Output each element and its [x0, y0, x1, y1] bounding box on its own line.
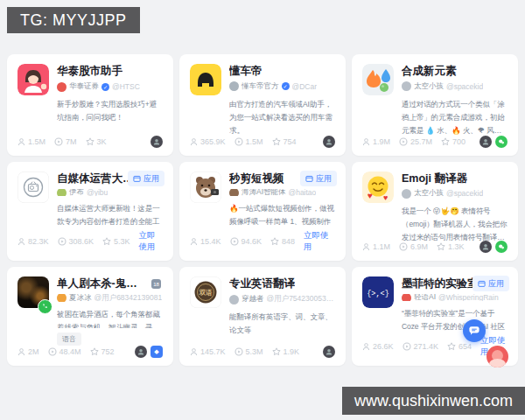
author-name: 懂车帝官方 — [242, 81, 279, 92]
bot-author: 太空小孩 @spacekid — [402, 81, 508, 92]
uses-icon — [48, 347, 57, 356]
uses-icon — [234, 347, 243, 356]
author-name: 夏冰冰 — [69, 294, 92, 302]
favorites-stat: 752 — [90, 347, 115, 356]
author-handle: @DCar — [292, 82, 317, 91]
verified-icon: ✓ — [282, 82, 290, 90]
bot-description: 能翻译所有英语字、词、文章、论文等 — [229, 311, 335, 337]
bot-description: 新手炒股难？实用选股技巧+避坑指南，问问我吧！ — [57, 98, 163, 124]
author-avatar — [229, 81, 239, 91]
author-name: 伊布 — [69, 189, 84, 196]
favorites-stat: 654 — [447, 342, 472, 351]
chat-bubble-icon — [467, 324, 481, 338]
users-stat: 15.4K — [190, 237, 221, 246]
title-badge-icon: 18 — [151, 279, 161, 289]
uses-icon — [402, 342, 411, 351]
author-avatar — [57, 294, 66, 302]
author-handle: @spacekid — [446, 189, 483, 198]
bot-author: 海涛AI智能体 @haitao — [229, 189, 335, 196]
uses-icon — [399, 242, 408, 251]
bot-card-media-master[interactable]: 应用 自媒体运营大师V2 伊布 @yibu 自媒体运营大师更新啦！这是一款专为内… — [7, 162, 173, 261]
bot-description: 被困在诡异酒店，每个角落都藏着线索与危机，智斗幽灵，寻找逃生之钥，你能… — [57, 308, 163, 328]
bot-author: 夏冰冰 @用户68342139081 — [57, 294, 163, 302]
uses-stat: 5.3M — [234, 347, 263, 356]
bot-author: 轻语AI @WhisperingRain — [402, 294, 508, 301]
author-handle: @用户68342139081 — [94, 294, 163, 302]
use-now-button[interactable]: 立即使用 — [304, 230, 335, 253]
author-avatar — [402, 81, 411, 91]
watermark: www.qushixinwen.com — [342, 387, 525, 415]
users-stat: 2M — [18, 347, 39, 356]
favorites-icon — [437, 242, 445, 251]
bot-description: 由官方打造的汽车领域AI助手，为您一站式解决看选买的用车需求。 — [229, 98, 335, 136]
bot-card-haunted-hotel[interactable]: 单人剧本杀-鬼魅酒店 18 夏冰冰 @用户68342139081 被困在诡异酒店… — [7, 267, 173, 366]
author-avatar — [57, 82, 66, 92]
users-icon — [190, 237, 198, 246]
card-footer: 2M 48.4M 752 ◆ — [18, 346, 163, 358]
svg-text:♥: ♥ — [368, 191, 373, 200]
publisher-avatar-icon — [323, 346, 335, 358]
stock-assistant-avatar-icon — [18, 64, 49, 95]
card-footer: 15.4K 94.6K 848 立即使用 — [190, 230, 335, 253]
card-footer: 1.9M 25.7M 700 — [362, 136, 508, 148]
users-icon — [362, 242, 370, 251]
red-floating-avatar[interactable] — [486, 346, 508, 368]
bot-card-english-translation[interactable]: 双语 专业英语翻译 穿越者 @用户7542300539251 能翻译所有英语字、… — [179, 267, 346, 366]
banner-text: TG: MYYJJPP — [20, 11, 127, 29]
author-avatar — [402, 294, 411, 301]
favorites-stat: 754 — [272, 137, 297, 146]
users-stat: 1.5M — [18, 137, 46, 146]
bot-description: 🔥一站式爆款短视频创作，做视频像呼吸一样简单 1、视频制作界的“有图有样”提供丰… — [229, 202, 335, 230]
author-name: 穿越者 — [242, 294, 264, 304]
favorites-stat: 700 — [441, 137, 466, 146]
bot-title: 单人剧本杀-鬼魅酒店 — [57, 276, 148, 291]
users-stat: 26.6K — [362, 342, 394, 351]
uses-stat: 7M — [54, 137, 77, 146]
bot-author: 穿越者 @用户7542300539251 — [229, 294, 335, 304]
bot-author: 伊布 @yibu — [57, 189, 163, 196]
users-stat: 145.7K — [190, 347, 226, 356]
bot-card-stock-assistant[interactable]: 华泰股市助手 华泰证券 ✓ @HTSC 新手炒股难？实用选股技巧+避坑指南，问问… — [7, 54, 173, 156]
svg-text:♥: ♥ — [383, 193, 388, 202]
favorites-icon — [272, 347, 281, 356]
app-badge-icon — [133, 175, 141, 183]
uses-icon — [234, 137, 243, 146]
author-handle: @HTSC — [112, 82, 140, 91]
publisher-avatar-icon — [480, 241, 492, 253]
author-handle: @用户7542300539251 — [267, 294, 336, 304]
publisher-avatar-icon — [480, 136, 492, 148]
card-footer: 82.3K 308.6K 5.3K 立即使用 — [18, 230, 163, 253]
uses-icon — [230, 237, 239, 246]
bot-title: 合成新元素 — [402, 64, 457, 79]
use-now-button[interactable]: 立即使用 — [139, 230, 163, 253]
bot-description: 通过对话的方式玩一个类似「涂鸦上帝」的元素合成游戏，初始元素是 💧 水、🔥 火、… — [402, 98, 508, 136]
chat-floating-button[interactable] — [463, 319, 486, 342]
users-icon — [190, 347, 198, 356]
uses-stat: 6.9M — [399, 242, 428, 251]
favorites-stat: 5.3K — [102, 237, 130, 246]
author-name: 轻语AI — [414, 294, 436, 301]
favorites-stat: 3K — [86, 137, 107, 146]
bot-title: 懂车帝 — [229, 64, 262, 79]
bot-card-dongchedi[interactable]: 懂车帝 懂车帝官方 ✓ @DCar 由官方打造的汽车领域AI助手，为您一站式解决… — [179, 54, 346, 156]
publisher-avatar-icon — [323, 136, 335, 148]
bot-grid: 华泰股市助手 华泰证券 ✓ @HTSC 新手炒股难？实用选股技巧+避坑指南，问问… — [7, 54, 518, 366]
users-stat: 1.1M — [362, 242, 390, 251]
bot-card-video-clipper[interactable]: 应用 秒剪短视频 海涛AI智能体 @haitao 🔥一站式爆款短视频创作，做视频… — [179, 162, 346, 261]
author-name: 太空小孩 — [414, 189, 444, 199]
card-footer: 145.7K 5.3M 1.9K — [190, 346, 335, 358]
uses-stat: 1.5M — [234, 137, 263, 146]
bot-card-emoji-translator[interactable]: ♥♥ Emoji 翻译器 太空小孩 @spacekid 我是一个 😜🤟🤭 表情符… — [352, 162, 518, 261]
bot-title: 墨菲特的实验室 — [402, 276, 479, 291]
author-avatar — [402, 189, 411, 199]
favorites-stat: 1.9K — [272, 347, 300, 356]
users-stat: 1.9M — [362, 137, 390, 146]
bot-card-elements-game[interactable]: 合成新元素 太空小孩 @spacekid 通过对话的方式玩一个类似「涂鸦上帝」的… — [352, 54, 518, 156]
uses-stat: 25.7M — [399, 137, 432, 146]
author-name: 海涛AI智能体 — [242, 189, 286, 196]
favorites-icon — [441, 137, 450, 146]
voice-tag: 语音 — [57, 332, 81, 346]
bot-author: 懂车帝官方 ✓ @DCar — [229, 81, 335, 92]
users-icon — [18, 237, 25, 246]
author-avatar — [57, 189, 66, 196]
